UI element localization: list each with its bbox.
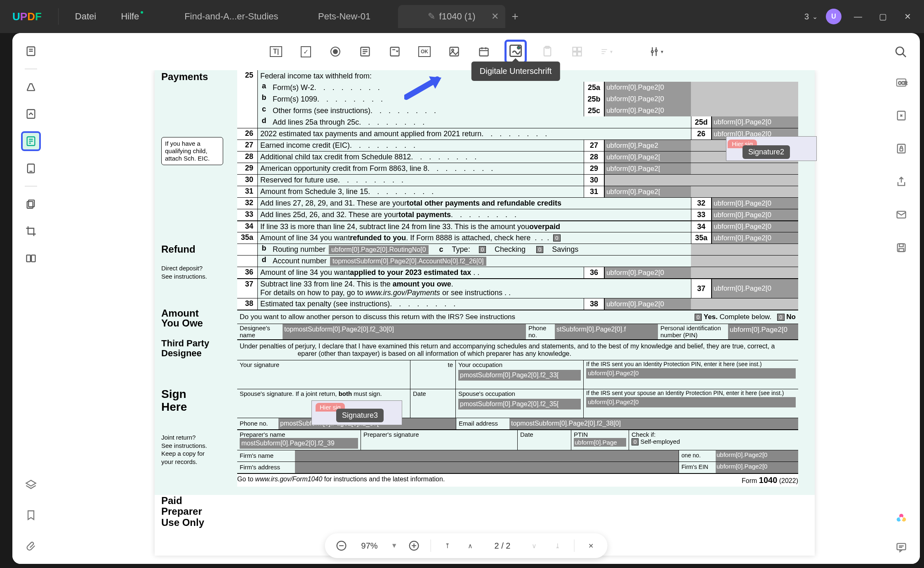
line-35d: Account numbertopmostSubform[0].Page2[0]… bbox=[270, 256, 691, 267]
minimize-button[interactable]: — bbox=[850, 8, 866, 25]
firm-addr-field[interactable] bbox=[295, 462, 679, 473]
field-30 bbox=[604, 175, 691, 186]
field-29[interactable]: ubform[0].Page2[ bbox=[604, 163, 691, 174]
occupation-field[interactable]: pmostSubform[0].Page2[0].f2_33[ bbox=[458, 370, 581, 381]
zoom-dropdown-icon[interactable]: ▼ bbox=[391, 542, 398, 549]
preparer-name-field[interactable]: mostSubform[0].Page2[0].f2_39 bbox=[240, 438, 358, 449]
protect-icon[interactable] bbox=[893, 140, 910, 157]
spouse-occupation-field[interactable]: pmostSubform[0].Page2[0].f2_35[ bbox=[458, 399, 581, 409]
designee-pin-field[interactable]: ubform[0].Page2[0 bbox=[728, 324, 798, 339]
flower-icon[interactable] bbox=[893, 510, 910, 527]
close-pagebar-button[interactable]: ✕ bbox=[584, 539, 597, 552]
no-checkbox[interactable]: 0 bbox=[777, 314, 784, 321]
sidebar-annotate-icon[interactable] bbox=[21, 104, 41, 124]
field-routing[interactable]: ubform[0].Page2[0].RoutingNo[0 bbox=[329, 245, 428, 254]
tools-icon[interactable]: ▼ bbox=[647, 43, 665, 61]
dropdown-icon[interactable] bbox=[386, 43, 404, 61]
field-37[interactable]: ubform[0].Page2[0 bbox=[712, 279, 798, 298]
zoom-level[interactable]: 97% bbox=[358, 541, 381, 551]
sidebar-bookmark-icon[interactable] bbox=[21, 505, 41, 525]
image-field-icon[interactable] bbox=[445, 43, 463, 61]
order-icon[interactable]: ▼ bbox=[598, 43, 616, 61]
field-25c[interactable]: ubform[0].Page2[0 bbox=[604, 105, 691, 116]
tab-2[interactable]: ✎ f1040 (1) ✕ bbox=[398, 5, 505, 28]
tab-0[interactable]: Find-and-A...er-Studies bbox=[172, 5, 290, 28]
field-32[interactable]: ubform[0].Page2[0 bbox=[712, 198, 798, 209]
paste-icon[interactable] bbox=[538, 43, 556, 61]
firm-phone-field[interactable]: ubform[0].Page2[0 bbox=[716, 450, 798, 462]
close-tab-icon[interactable]: ✕ bbox=[491, 11, 499, 22]
tab-1[interactable]: Pets-New-01 bbox=[291, 5, 398, 28]
field-38[interactable]: ubform[0].Page2[0 bbox=[604, 298, 691, 310]
designee-phone-field[interactable]: stSubform[0].Page2[0].f bbox=[555, 324, 658, 339]
avatar[interactable]: U bbox=[826, 9, 842, 24]
sidebar-attach-icon[interactable] bbox=[21, 536, 41, 556]
align-icon[interactable] bbox=[568, 43, 586, 61]
designee-name-label: Designee's name bbox=[237, 324, 283, 339]
line-33: Add lines 25d, 26, and 32. These are you… bbox=[258, 209, 584, 220]
firm-phone-label: one no. bbox=[679, 450, 716, 462]
zoom-in-button[interactable] bbox=[407, 539, 420, 552]
sidebar-form-icon[interactable] bbox=[21, 131, 41, 151]
prev-page-button[interactable]: ∧ bbox=[464, 539, 477, 552]
email-field[interactable]: topmostSubform[0].Page2[0].f2_38[0] bbox=[509, 418, 798, 429]
comment-icon[interactable] bbox=[893, 539, 910, 556]
last-page-button[interactable]: ⤓ bbox=[551, 539, 564, 552]
field-28[interactable]: ubform[0].Page2[ bbox=[604, 151, 691, 163]
convert-icon[interactable] bbox=[893, 107, 910, 124]
field-36[interactable]: ubform[0].Page2[0 bbox=[604, 267, 691, 278]
yes-checkbox[interactable]: 0 bbox=[695, 314, 702, 321]
sidebar-layers-icon[interactable] bbox=[21, 475, 41, 495]
field-27[interactable]: ubform[0].Page2 bbox=[604, 140, 691, 151]
email-icon[interactable] bbox=[893, 206, 910, 223]
main-area: T| ✓ OK Digitale Unterschrift ▼ ▼ Vorsch… bbox=[12, 33, 920, 564]
self-employed-checkbox[interactable]: 0 bbox=[632, 438, 639, 445]
ip-pin-field[interactable]: ubform[0].Page2[0 bbox=[586, 368, 796, 379]
sidebar-highlight-icon[interactable] bbox=[21, 77, 41, 97]
footer-left: Go to www.irs.gov/Form1040 for instructi… bbox=[237, 476, 445, 485]
sidebar-page-icon[interactable] bbox=[21, 159, 41, 178]
maximize-button[interactable]: ▢ bbox=[874, 8, 891, 25]
field-34[interactable]: ubform[0].Page2[0 bbox=[712, 221, 798, 232]
document-viewport[interactable]: If you have a qualifying child, attach S… bbox=[50, 70, 920, 564]
pdf-page: If you have a qualifying child, attach S… bbox=[155, 70, 815, 495]
ocr-icon[interactable]: OCR bbox=[893, 74, 910, 91]
sidebar-thumbnail-icon[interactable] bbox=[21, 41, 41, 61]
close-button[interactable]: ✕ bbox=[899, 8, 916, 25]
next-page-button[interactable]: ∨ bbox=[528, 539, 541, 552]
firm-name-field[interactable] bbox=[295, 450, 679, 462]
svg-rect-32 bbox=[578, 47, 581, 51]
sidebar-compare-icon[interactable] bbox=[21, 248, 41, 268]
sidebar-copy-icon[interactable] bbox=[21, 194, 41, 214]
digital-signature-button[interactable]: Digitale Unterschrift bbox=[504, 40, 527, 64]
field-25a[interactable]: ubform[0].Page2[0 bbox=[604, 82, 691, 93]
spouse-ip-pin-field[interactable]: ubform[0].Page2[0 bbox=[586, 397, 796, 407]
field-25d[interactable]: ubform[0].Page2[0 bbox=[712, 116, 798, 128]
radio-icon[interactable] bbox=[326, 43, 344, 61]
new-tab-button[interactable]: + bbox=[505, 10, 525, 23]
chevron-down-icon[interactable]: ⌄ bbox=[812, 13, 818, 21]
search-icon[interactable] bbox=[894, 45, 908, 60]
field-33[interactable]: ubform[0].Page2[0 bbox=[712, 209, 798, 220]
firm-ein-field[interactable]: ubform[0].Page2[0 bbox=[716, 462, 798, 473]
signature2-tooltip: Signature2 bbox=[742, 145, 790, 159]
listbox-icon[interactable] bbox=[356, 43, 374, 61]
field-account[interactable]: topmostSubform[0].Page2[0].AccountNo[0].… bbox=[330, 257, 486, 266]
share-icon[interactable] bbox=[893, 173, 910, 190]
first-page-button[interactable]: ⤒ bbox=[441, 539, 454, 552]
zoom-out-button[interactable] bbox=[335, 539, 348, 552]
checkbox-icon[interactable]: ✓ bbox=[297, 43, 315, 61]
button-field-icon[interactable]: OK bbox=[415, 43, 434, 61]
field-35a[interactable]: ubform[0].Page2[0 bbox=[712, 232, 798, 244]
menu-help[interactable]: Hilfe bbox=[108, 11, 156, 22]
ptin-field[interactable]: ubform[0].Page bbox=[574, 438, 626, 447]
designee-name-field[interactable]: topmostSubform[0].Page2[0].f2_30[0] bbox=[283, 324, 526, 339]
date-field-icon[interactable] bbox=[475, 43, 493, 61]
field-25b[interactable]: ubform[0].Page2[0 bbox=[604, 93, 691, 105]
save-icon[interactable] bbox=[893, 239, 910, 256]
menu-file[interactable]: Datei bbox=[63, 11, 108, 22]
field-31[interactable]: ubform[0].Page2[ bbox=[604, 186, 691, 197]
sidebar-crop-icon[interactable] bbox=[21, 221, 41, 241]
page-indicator[interactable]: 2 / 2 bbox=[487, 541, 518, 551]
text-field-icon[interactable]: T| bbox=[267, 43, 285, 61]
